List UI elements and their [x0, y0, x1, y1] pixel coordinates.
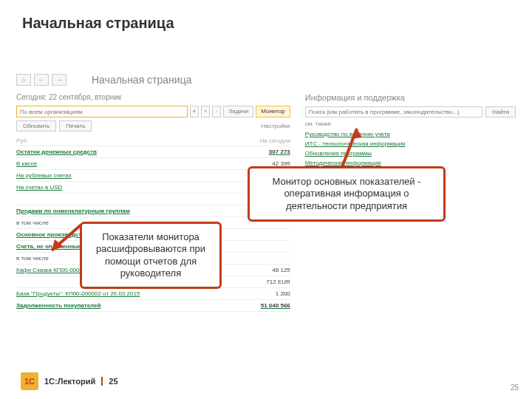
- row-value: 1 200: [276, 290, 290, 297]
- logo-icon: 1C: [21, 372, 38, 390]
- search-input[interactable]: [305, 106, 482, 117]
- footer: 1C 1С:Лекторий 25: [21, 372, 118, 390]
- back-button[interactable]: ←: [34, 74, 49, 86]
- row-label: На рублевых счетах: [16, 172, 72, 179]
- date-label: Сегодня: 22 сентября, вторник: [16, 93, 290, 101]
- clear-icon[interactable]: ×: [201, 106, 210, 117]
- row-label: Остатки денежных средств: [16, 149, 97, 155]
- callout-details: Показатели монитора расшифровываются при…: [80, 222, 222, 289]
- svg-marker-1: [351, 129, 362, 139]
- callout-monitor: Монитор основных показателей - оперативн…: [248, 166, 446, 222]
- footer-page: 25: [109, 377, 117, 386]
- refresh-button[interactable]: Обновить: [16, 120, 56, 132]
- table-header: Руб. На сегодня: [16, 136, 290, 146]
- print-button[interactable]: Печать: [59, 120, 92, 132]
- breadcrumb: Начальная страница: [92, 74, 191, 86]
- table-row[interactable]: Задолженность покупателей51 040 566: [16, 300, 290, 312]
- col-today: На сегодня: [259, 137, 290, 144]
- row-label: Задолженность покупателей: [16, 302, 100, 309]
- org-filter-input[interactable]: [16, 106, 188, 117]
- row-label: На счетах в USD: [16, 184, 62, 191]
- tab-monitor[interactable]: Монитор: [256, 106, 290, 117]
- info-title: Информация и поддержка: [305, 93, 516, 102]
- tab-tasks[interactable]: Задачи: [223, 106, 253, 117]
- settings-link[interactable]: Настройки: [262, 120, 290, 132]
- page-number: 25: [511, 383, 519, 392]
- row-value: 307 273: [269, 149, 290, 155]
- slide-title: Начальная страница: [22, 15, 174, 32]
- home-button[interactable]: ⌂: [16, 74, 31, 86]
- table-row[interactable]: База "Продукты": КП00-000002 от 26.03.20…: [16, 288, 290, 300]
- row-label: База "Продукты": КП00-000002 от 26.03.20…: [16, 290, 140, 297]
- row-label: в том числе: [16, 255, 49, 262]
- dropdown-icon[interactable]: ▾: [190, 106, 199, 117]
- find-button[interactable]: Найти: [485, 106, 516, 117]
- forward-button[interactable]: →: [52, 74, 66, 86]
- select-icon[interactable]: ▫: [212, 106, 221, 117]
- row-value: 48 125: [272, 267, 290, 273]
- footer-label: 1С:Лекторий: [44, 377, 103, 386]
- row-label: В кассе: [16, 160, 37, 167]
- col-currency: Руб.: [16, 137, 28, 144]
- nav-bar: ⌂ ← → Начальная страница: [16, 74, 516, 86]
- row-value: 712 EUR: [266, 279, 290, 285]
- row-value: 51 040 566: [261, 302, 290, 309]
- table-row[interactable]: Остатки денежных средств307 273: [16, 146, 290, 158]
